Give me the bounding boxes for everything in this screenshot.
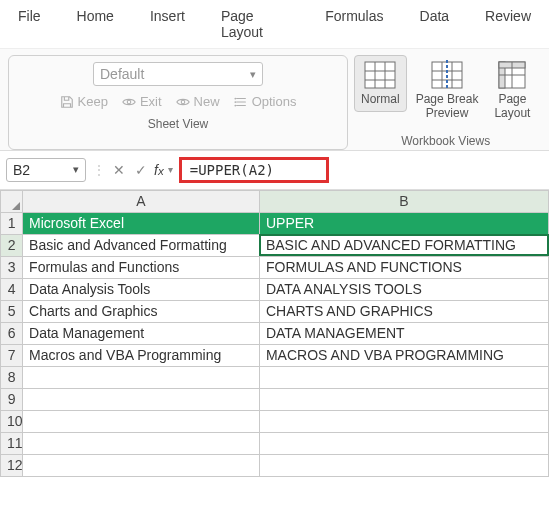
cell-A4[interactable]: Data Analysis Tools [23,278,260,300]
cancel-formula-button[interactable]: ✕ [110,162,128,178]
grid-icon [363,60,397,90]
ribbon: Default ▾ Keep Exit New [0,49,549,150]
menu-bar: FileHomeInsertPage LayoutFormulasDataRev… [0,0,549,49]
cell-B5[interactable]: CHARTS AND GRAPHICS [259,300,548,322]
workbook-views-group: NormalPage BreakPreviewPageLayout Workbo… [354,55,537,150]
separator: ⋮ [92,162,106,178]
row-header[interactable]: 1 [1,212,23,234]
menu-item-insert[interactable]: Insert [132,4,203,44]
view-label: PageLayout [494,93,530,121]
row-header[interactable]: 8 [1,366,23,388]
cell-B11[interactable] [259,432,548,454]
accept-formula-button[interactable]: ✓ [132,162,150,178]
column-header-b[interactable]: B [259,190,548,212]
cell-A5[interactable]: Charts and Graphics [23,300,260,322]
svg-point-0 [127,100,131,104]
menu-item-data[interactable]: Data [402,4,468,44]
eye-icon [176,95,190,109]
chevron-down-icon: ▾ [73,163,79,176]
row-header[interactable]: 10 [1,410,23,432]
cell-B12[interactable] [259,454,548,476]
menu-item-page-layout[interactable]: Page Layout [203,4,307,44]
view-label: Page BreakPreview [416,93,479,121]
formula-text: =UPPER(A2) [190,162,274,178]
col-b-label: B [399,193,408,209]
svg-rect-5 [365,62,395,88]
new-label: New [194,94,220,109]
chevron-down-icon: ▾ [168,164,173,175]
name-box[interactable]: B2 ▾ [6,158,86,182]
formula-input[interactable]: =UPPER(A2) [179,157,329,183]
spreadsheet-grid[interactable]: A B 1Microsoft ExcelUPPER2Basic and Adva… [0,190,549,477]
sheet-view-dropdown[interactable]: Default ▾ [93,62,263,86]
view-page-button[interactable]: Page BreakPreview [409,55,486,126]
new-button[interactable]: New [176,94,220,109]
exit-button[interactable]: Exit [122,94,162,109]
cell-A8[interactable] [23,366,260,388]
save-icon [60,95,74,109]
menu-item-formulas[interactable]: Formulas [307,4,401,44]
menu-item-file[interactable]: File [0,4,59,44]
row-header[interactable]: 6 [1,322,23,344]
options-button[interactable]: Options [234,94,297,109]
cell-A7[interactable]: Macros and VBA Programming [23,344,260,366]
cell-A3[interactable]: Formulas and Functions [23,256,260,278]
options-label: Options [252,94,297,109]
grid-icon [495,60,529,90]
cell-B6[interactable]: DATA MANAGEMENT [259,322,548,344]
menu-item-home[interactable]: Home [59,4,132,44]
cell-A12[interactable] [23,454,260,476]
row-header[interactable]: 7 [1,344,23,366]
svg-point-1 [181,100,185,104]
view-normal-button[interactable]: Normal [354,55,407,112]
sheet-view-group: Default ▾ Keep Exit New [8,55,348,150]
cell-B4[interactable]: DATA ANALYSIS TOOLS [259,278,548,300]
keep-label: Keep [78,94,108,109]
cell-A1[interactable]: Microsoft Excel [23,212,260,234]
cell-B7[interactable]: MACROS AND VBA PROGRAMMING [259,344,548,366]
menu-item-review[interactable]: Review [467,4,549,44]
sheet-view-dropdown-label: Default [100,66,144,82]
grid-icon [430,60,464,90]
cell-A11[interactable] [23,432,260,454]
svg-point-3 [234,101,236,103]
row-header[interactable]: 2 [1,234,23,256]
cell-B2[interactable]: BASIC AND ADVANCED FORMATTING [259,234,548,256]
cell-A6[interactable]: Data Management [23,322,260,344]
sheet-view-group-label: Sheet View [148,117,209,131]
exit-label: Exit [140,94,162,109]
cell-B9[interactable] [259,388,548,410]
view-label: Normal [361,93,400,107]
cell-B10[interactable] [259,410,548,432]
list-icon [234,95,248,109]
row-header[interactable]: 11 [1,432,23,454]
row-header[interactable]: 4 [1,278,23,300]
cell-B8[interactable] [259,366,548,388]
formula-bar: B2 ▾ ⋮ ✕ ✓ fx ▾ =UPPER(A2) [0,150,549,190]
cell-B3[interactable]: FORMULAS AND FUNCTIONS [259,256,548,278]
view-page-button[interactable]: PageLayout [487,55,537,126]
workbook-views-group-label: Workbook Views [401,134,490,148]
col-a-label: A [136,193,145,209]
cell-B1[interactable]: UPPER [259,212,548,234]
cell-A2[interactable]: Basic and Advanced Formatting [23,234,260,256]
name-box-value: B2 [13,162,30,178]
cell-A10[interactable] [23,410,260,432]
fx-icon[interactable]: fx [154,162,164,178]
cell-A9[interactable] [23,388,260,410]
row-header[interactable]: 12 [1,454,23,476]
row-header[interactable]: 3 [1,256,23,278]
select-all-corner[interactable] [1,190,23,212]
keep-button[interactable]: Keep [60,94,108,109]
svg-point-2 [234,97,236,99]
column-header-a[interactable]: A [23,190,260,212]
chevron-down-icon: ▾ [250,68,256,81]
eye-icon [122,95,136,109]
row-header[interactable]: 5 [1,300,23,322]
row-header[interactable]: 9 [1,388,23,410]
svg-point-4 [234,104,236,106]
